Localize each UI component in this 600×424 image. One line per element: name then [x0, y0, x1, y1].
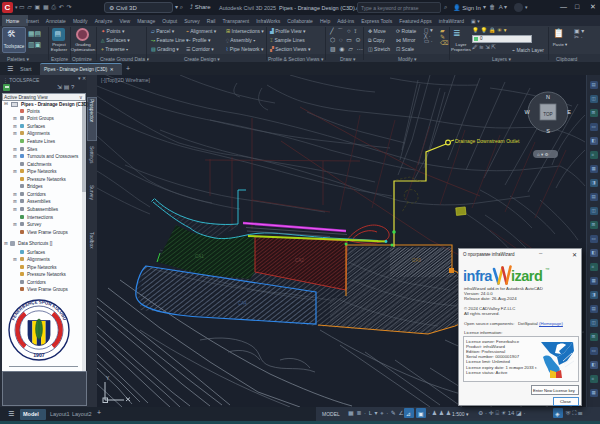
- svg-text:CA2: CA2: [295, 258, 304, 263]
- svg-text:CA4: CA4: [238, 301, 247, 306]
- svg-text:⌂ ▾ ⚙: ⌂ ▾ ⚙: [537, 152, 549, 157]
- svg-text:E: E: [567, 109, 571, 115]
- svg-text:izard: izard: [511, 268, 542, 284]
- svg-text:™: ™: [545, 267, 550, 272]
- svg-text:S: S: [546, 128, 550, 134]
- svg-text:CA3: CA3: [412, 258, 421, 263]
- svg-text:1907: 1907: [33, 352, 45, 358]
- svg-text:infra: infra: [463, 268, 493, 284]
- svg-text:N: N: [546, 94, 550, 100]
- svg-text:CA1: CA1: [195, 254, 204, 259]
- svg-text:TOP: TOP: [543, 112, 552, 117]
- svg-text:Drainage Downstream Outlet: Drainage Downstream Outlet: [455, 138, 520, 144]
- svg-text:W: W: [524, 109, 530, 115]
